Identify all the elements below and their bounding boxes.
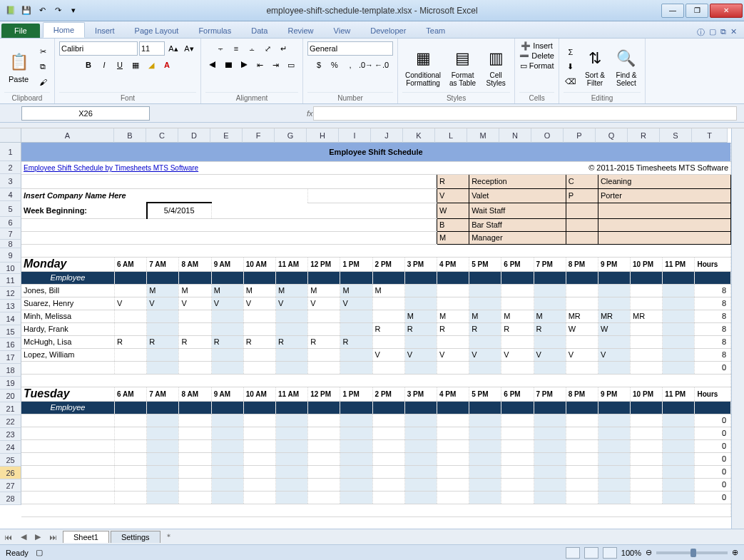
- redo-icon[interactable]: ↷: [51, 4, 64, 17]
- week-date-cell[interactable]: 5/4/2015: [147, 203, 211, 218]
- select-all-corner[interactable]: [0, 128, 21, 143]
- window-restore-icon[interactable]: ⧉: [720, 27, 726, 38]
- row-header-15[interactable]: 15: [0, 325, 21, 338]
- row-header-11[interactable]: 11: [0, 274, 21, 287]
- new-sheet-icon[interactable]: ＊: [160, 531, 177, 542]
- vertical-scrollbar[interactable]: [731, 128, 744, 529]
- cut-icon[interactable]: ✂: [36, 45, 50, 59]
- comma-icon[interactable]: ,: [343, 58, 357, 72]
- autosum-icon[interactable]: Σ: [564, 45, 578, 59]
- undo-icon[interactable]: ↶: [36, 4, 49, 17]
- template-link[interactable]: Employee Shift Schedule by Timesheets MT…: [24, 164, 198, 172]
- tab-nav-prev-icon[interactable]: ◀: [16, 532, 31, 541]
- close-button[interactable]: ✕: [710, 4, 743, 18]
- insert-cells-button[interactable]: ➕ Insert: [521, 41, 553, 51]
- font-size-input[interactable]: [139, 41, 165, 56]
- col-header-J[interactable]: J: [371, 128, 403, 143]
- formula-bar[interactable]: [313, 106, 737, 121]
- wrap-text-icon[interactable]: ↵: [276, 41, 290, 56]
- row-header-25[interactable]: 25: [0, 454, 21, 467]
- row-header-20[interactable]: 20: [0, 390, 21, 402]
- col-header-H[interactable]: H: [307, 128, 339, 143]
- format-cells-button[interactable]: ▭ Format: [520, 61, 554, 71]
- align-bottom-icon[interactable]: ⫠: [245, 41, 259, 56]
- col-header-D[interactable]: D: [178, 128, 210, 143]
- align-middle-icon[interactable]: ≡: [229, 41, 243, 56]
- col-header-K[interactable]: K: [403, 128, 435, 143]
- row-header-22[interactable]: 22: [0, 415, 21, 428]
- col-header-Q[interactable]: Q: [596, 128, 628, 143]
- row-header-19[interactable]: 19: [0, 377, 21, 390]
- tab-data[interactable]: Data: [241, 24, 277, 38]
- decrease-decimal-icon[interactable]: ←.0: [374, 58, 389, 72]
- row-header-8[interactable]: 8: [0, 240, 21, 248]
- row-header-17[interactable]: 17: [0, 351, 21, 364]
- row-header-16[interactable]: 16: [0, 338, 21, 351]
- sheet-tab-sheet1[interactable]: Sheet1: [63, 531, 109, 543]
- week-beginning-label[interactable]: Week Beginning:: [21, 203, 147, 218]
- border-button[interactable]: ▦: [128, 58, 143, 72]
- fx-icon[interactable]: fx: [307, 109, 313, 118]
- col-header-T[interactable]: T: [692, 128, 728, 143]
- clear-icon[interactable]: ⌫: [564, 75, 578, 89]
- col-header-A[interactable]: A: [21, 128, 114, 143]
- fill-icon[interactable]: ⬇: [564, 60, 578, 74]
- qat-dropdown-icon[interactable]: ▾: [67, 4, 80, 17]
- help-icon[interactable]: ⓘ: [697, 27, 705, 38]
- tab-page-layout[interactable]: Page Layout: [125, 24, 189, 38]
- col-header-B[interactable]: B: [114, 128, 146, 143]
- employee-name[interactable]: Hardy, Frank: [21, 322, 115, 335]
- row-header-4[interactable]: 4: [0, 188, 21, 201]
- row-header-10[interactable]: 10: [0, 263, 21, 274]
- employee-name[interactable]: Jones, Bill: [21, 284, 115, 297]
- col-header-P[interactable]: P: [564, 128, 596, 143]
- employee-name[interactable]: Minh, Melissa: [21, 310, 115, 322]
- row-header-13[interactable]: 13: [0, 300, 21, 312]
- row-header-1[interactable]: 1: [0, 143, 21, 161]
- close-doc-icon[interactable]: ✕: [730, 27, 737, 38]
- format-painter-icon[interactable]: 🖌: [36, 75, 50, 89]
- col-header-N[interactable]: N: [499, 128, 531, 143]
- tab-team[interactable]: Team: [416, 24, 455, 38]
- copyright-text[interactable]: © 2011-2015 Timesheets MTS Software: [469, 161, 731, 174]
- number-format-input[interactable]: [307, 41, 393, 56]
- sheet-tab-settings[interactable]: Settings: [111, 531, 160, 543]
- row-header-6[interactable]: 6: [0, 217, 21, 228]
- row-header-7[interactable]: 7: [0, 228, 21, 240]
- minimize-ribbon-icon[interactable]: ▢: [709, 27, 716, 38]
- tab-nav-first-icon[interactable]: ⏮: [0, 533, 16, 541]
- tab-view[interactable]: View: [324, 24, 361, 38]
- day-name[interactable]: Tuesday: [21, 387, 115, 401]
- col-header-S[interactable]: S: [660, 128, 692, 143]
- tab-formulas[interactable]: Formulas: [188, 24, 241, 38]
- row-header-9[interactable]: 9: [0, 248, 21, 263]
- currency-icon[interactable]: $: [312, 58, 326, 72]
- increase-decimal-icon[interactable]: .0→: [359, 58, 373, 72]
- row-header-24[interactable]: 24: [0, 441, 21, 454]
- tab-developer[interactable]: Developer: [360, 24, 416, 38]
- copy-icon[interactable]: ⧉: [36, 60, 50, 74]
- tab-insert[interactable]: Insert: [85, 24, 125, 38]
- sheet-title[interactable]: Employee Shift Schedule: [21, 143, 731, 161]
- file-tab[interactable]: File: [1, 24, 40, 38]
- col-header-C[interactable]: C: [146, 128, 178, 143]
- italic-button[interactable]: I: [97, 58, 111, 72]
- orientation-icon[interactable]: ⤢: [260, 41, 275, 56]
- indent-increase-icon[interactable]: ⇥: [268, 58, 282, 72]
- percent-icon[interactable]: %: [327, 58, 342, 72]
- row-header-18[interactable]: 18: [0, 364, 21, 377]
- spreadsheet-grid[interactable]: ABCDEFGHIJKLMNOPQRST 1234567891011121314…: [0, 128, 744, 529]
- underline-button[interactable]: U: [113, 58, 127, 72]
- tab-review[interactable]: Review: [277, 24, 323, 38]
- zoom-out-button[interactable]: ⊖: [646, 548, 652, 557]
- tab-nav-last-icon[interactable]: ⏭: [45, 533, 61, 541]
- delete-cells-button[interactable]: ➖ Delete: [519, 51, 554, 61]
- zoom-slider[interactable]: [656, 551, 728, 554]
- align-right-icon[interactable]: ⯈: [237, 58, 251, 72]
- day-name[interactable]: Monday: [21, 257, 115, 271]
- tab-nav-next-icon[interactable]: ▶: [31, 532, 45, 541]
- maximize-button[interactable]: ❐: [686, 4, 708, 18]
- col-header-M[interactable]: M: [467, 128, 499, 143]
- col-header-R[interactable]: R: [628, 128, 660, 143]
- tab-home[interactable]: Home: [43, 22, 85, 38]
